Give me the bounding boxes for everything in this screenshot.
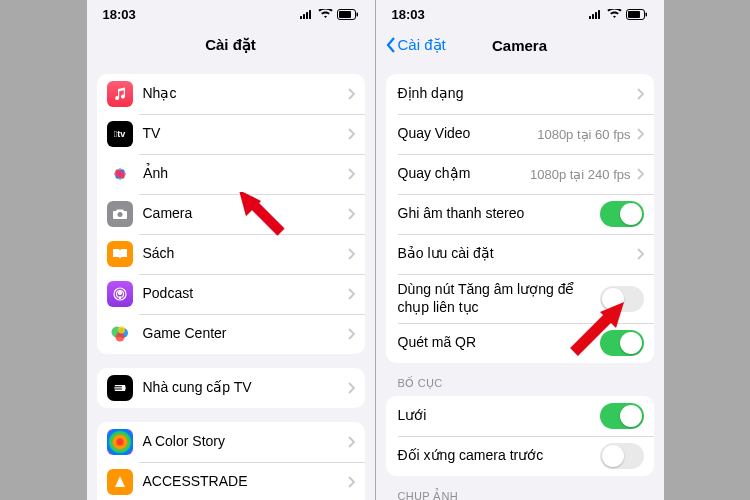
svg-point-15 [117,212,122,217]
row-photos[interactable]: Ảnh [97,154,365,194]
row-label: Quét mã QR [398,334,600,352]
svg-rect-0 [300,16,302,19]
row-label: Dùng nút Tăng âm lượng để chụp liên tục [398,281,600,316]
row-camera[interactable]: Camera [97,194,365,234]
status-time: 18:03 [103,7,136,22]
svg-rect-6 [356,12,358,16]
row-label: Lưới [398,407,600,425]
row-label: Quay Video [398,125,538,143]
tv-icon: tv [107,121,133,147]
row-label: Đối xứng camera trước [398,447,600,465]
settings-screen: 18:03 Cài đặt Nhạc tv TV Ảnh [87,0,375,500]
settings-group-third-party: A Color Story ACCESSTRADE ÆON AEON VietN… [97,422,365,500]
row-stereo: Ghi âm thanh stereo [386,194,654,234]
row-tv-provider[interactable]: Nhà cung cấp TV [97,368,365,408]
chevron-right-icon [348,128,355,140]
camera-icon [107,201,133,227]
row-value: 1080p tại 60 fps [537,127,630,142]
toggle-grid[interactable] [600,403,644,429]
row-app-accesstrade[interactable]: ACCESSTRADE [97,462,365,500]
status-bar: 18:03 [87,0,375,28]
row-label: Định dạng [398,85,637,103]
camera-group-composition: Lưới Đối xứng camera trước [386,396,654,476]
toggle-qr[interactable] [600,330,644,356]
svg-rect-1 [303,14,305,19]
row-slomo[interactable]: Quay chậm 1080p tại 240 fps [386,154,654,194]
podcast-icon [107,281,133,307]
toggle-volume-burst[interactable] [600,286,644,312]
row-label: Bảo lưu cài đặt [398,245,637,263]
status-time: 18:03 [392,7,425,22]
row-label: TV [143,125,348,143]
toggle-stereo[interactable] [600,201,644,227]
svg-rect-5 [339,11,351,18]
status-icons [589,9,648,20]
chevron-right-icon [348,328,355,340]
row-record-video[interactable]: Quay Video 1080p tại 60 fps [386,114,654,154]
toggle-mirror[interactable] [600,443,644,469]
row-value: 1080p tại 240 fps [530,167,631,182]
svg-rect-26 [592,14,594,19]
row-label: Nhà cung cấp TV [143,379,348,397]
row-music[interactable]: Nhạc [97,74,365,114]
back-button[interactable]: Cài đặt [386,36,446,54]
row-label: Nhạc [143,85,348,103]
row-qr: Quét mã QR [386,323,654,363]
row-label: Sách [143,245,348,263]
chevron-right-icon [348,436,355,448]
row-volume-burst: Dùng nút Tăng âm lượng để chụp liên tục [386,274,654,323]
row-label: Ảnh [143,165,348,183]
svg-rect-23 [114,386,122,387]
chevron-right-icon [348,248,355,260]
row-label: Camera [143,205,348,223]
settings-group-apple-apps: Nhạc tv TV Ảnh Camera Sách [97,74,365,354]
svg-point-21 [115,333,124,342]
camera-group-main: Định dạng Quay Video 1080p tại 60 fps Qu… [386,74,654,363]
row-label: Quay chậm [398,165,530,183]
chevron-right-icon [637,248,644,260]
app-icon [107,429,133,455]
svg-rect-25 [589,16,591,19]
row-app-colorstory[interactable]: A Color Story [97,422,365,462]
chevron-right-icon [348,288,355,300]
chevron-right-icon [348,476,355,488]
tv-provider-icon [107,375,133,401]
chevron-right-icon [637,88,644,100]
page-title: Cài đặt [87,36,375,54]
row-label: ACCESSTRADE [143,473,348,491]
row-books[interactable]: Sách [97,234,365,274]
svg-rect-3 [309,10,311,19]
game-center-icon [107,321,133,347]
photos-icon [107,161,133,187]
svg-rect-24 [114,389,122,390]
books-icon [107,241,133,267]
row-podcast[interactable]: Podcast [97,274,365,314]
camera-settings-screen: 18:03 Cài đặt Camera Định dạng Quay Vide… [376,0,664,500]
row-preserve[interactable]: Bảo lưu cài đặt [386,234,654,274]
chevron-right-icon [348,208,355,220]
app-icon [107,469,133,495]
svg-rect-2 [306,12,308,19]
row-formats[interactable]: Định dạng [386,74,654,114]
row-grid: Lưới [386,396,654,436]
chevron-right-icon [348,88,355,100]
status-bar: 18:03 [376,0,664,28]
row-tv[interactable]: tv TV [97,114,365,154]
row-label: Game Center [143,325,348,343]
svg-rect-28 [598,10,600,19]
svg-point-22 [118,327,125,334]
nav-bar: Cài đặt Camera [376,28,664,62]
music-icon [107,81,133,107]
svg-point-18 [118,292,121,295]
section-capture: CHỤP ẢNH [386,476,654,500]
row-label: Podcast [143,285,348,303]
row-gamecenter[interactable]: Game Center [97,314,365,354]
settings-group-tv-provider: Nhà cung cấp TV [97,368,365,408]
chevron-right-icon [348,382,355,394]
chevron-right-icon [348,168,355,180]
row-label: Ghi âm thanh stereo [398,205,600,223]
back-label: Cài đặt [398,36,446,54]
svg-rect-27 [595,12,597,19]
svg-rect-30 [628,11,640,18]
chevron-right-icon [637,128,644,140]
